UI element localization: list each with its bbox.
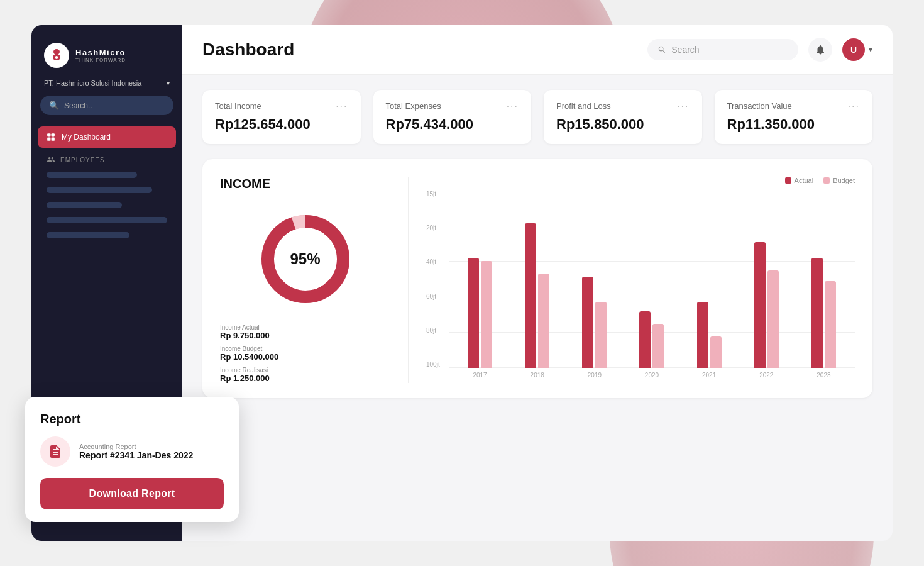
header: Dashboard U ▾: [182, 25, 893, 75]
svg-rect-2: [47, 138, 50, 141]
legend-dot-actual: [785, 177, 791, 184]
header-search-bar[interactable]: [647, 39, 798, 60]
report-card-title: Report: [40, 412, 224, 426]
legend-actual-label: Actual: [795, 177, 814, 184]
kpi-card-income: Total Income ··· Rp125.654.000: [202, 90, 361, 144]
kpi-more-income[interactable]: ···: [336, 101, 348, 111]
sidebar-search-icon: 🔍: [49, 101, 59, 110]
x-labels: 2017 2018 2019 2020 2021 2022 2023: [449, 368, 855, 383]
kpi-more-transaction[interactable]: ···: [848, 101, 860, 111]
income-stat-actual-label: Income Actual: [220, 324, 390, 331]
bar-group-2021: [697, 302, 722, 368]
sidebar-company[interactable]: PT. Hashmicro Solusi Indonesia ▾: [31, 79, 182, 96]
bar-actual-2019: [582, 277, 593, 368]
sidebar-skeleton-2: [47, 187, 152, 193]
sidebar-skeleton-3: [47, 202, 122, 208]
kpi-value-income: Rp125.654.000: [215, 116, 348, 133]
income-title: INCOME: [220, 177, 390, 191]
sidebar-item-dashboard-label: My Dashboard: [62, 133, 111, 142]
bar-group-2017: [468, 258, 492, 368]
x-label-2023: 2023: [817, 372, 830, 383]
notification-bell-button[interactable]: [808, 38, 832, 62]
y-label-2: 60jt: [426, 293, 444, 300]
chart-legend: Actual Budget: [426, 177, 855, 184]
bar-budget-2017: [481, 261, 492, 368]
bar-budget-2022: [767, 270, 779, 368]
bar-group-2023: [811, 258, 836, 368]
bar-actual-2018: [525, 223, 536, 368]
bar-actual-2023: [811, 258, 823, 368]
legend-budget: Budget: [823, 177, 855, 184]
avatar-dropdown-arrow: ▾: [869, 45, 872, 54]
y-label-0: 100jt: [426, 361, 444, 368]
kpi-header-pnl: Profit and Loss ···: [556, 101, 690, 111]
income-left: INCOME 95%: [220, 177, 409, 383]
user-avatar-wrap[interactable]: U ▾: [842, 38, 872, 61]
x-label-2020: 2020: [645, 372, 659, 383]
company-dropdown-arrow[interactable]: ▾: [167, 80, 170, 87]
header-search-icon: [657, 45, 666, 55]
svg-rect-1: [52, 133, 55, 136]
employees-icon: [47, 155, 55, 164]
bar-group-2018: [525, 223, 549, 368]
bar-actual-2021: [697, 302, 708, 368]
svg-rect-3: [52, 138, 55, 141]
bar-group-2022: [754, 242, 779, 368]
page-title: Dashboard: [202, 40, 294, 60]
logo-name: HashMicro: [75, 48, 126, 57]
income-stat-actual-value: Rp 9.750.000: [220, 331, 390, 340]
kpi-header-income: Total Income ···: [215, 101, 348, 111]
donut-wrap: 95%: [220, 206, 390, 311]
chart-area: 2017 2018 2019 2020 2021 2022 2023: [449, 191, 855, 383]
report-item: Accounting Report Report #2341 Jan-Des 2…: [40, 436, 224, 467]
income-stat-realisasi-label: Income Realisasi: [220, 367, 390, 374]
bar-budget-2023: [825, 281, 836, 368]
bar-budget-2018: [538, 274, 549, 368]
donut-percent-label: 95%: [290, 250, 320, 268]
bar-group-2020: [639, 311, 664, 368]
x-label-2021: 2021: [702, 372, 716, 383]
logo-icon: [44, 43, 69, 68]
income-stat-realisasi: Income Realisasi Rp 1.250.000: [220, 367, 390, 383]
kpi-label-income: Total Income: [215, 101, 261, 111]
income-stat-budget-label: Income Budget: [220, 345, 390, 352]
sidebar-skeleton-1: [47, 172, 137, 178]
bell-icon: [815, 44, 826, 55]
y-label-1: 80jt: [426, 327, 444, 334]
sidebar-skeleton-4: [47, 217, 167, 223]
sidebar-skeleton-5: [47, 232, 129, 238]
dashboard-icon: [47, 133, 55, 142]
kpi-more-expenses[interactable]: ···: [507, 101, 519, 111]
kpi-more-pnl[interactable]: ···: [677, 101, 689, 111]
income-stat-budget: Income Budget Rp 10.5400.000: [220, 345, 390, 362]
report-card: Report Accounting Report Report #2341 Ja…: [25, 397, 239, 522]
sidebar-search-bar[interactable]: 🔍: [40, 96, 173, 115]
kpi-label-pnl: Profit and Loss: [556, 101, 611, 111]
bar-budget-2019: [595, 302, 607, 368]
legend-dot-budget: [823, 177, 830, 184]
sidebar-section-employees: EMPLOYEES: [31, 149, 182, 168]
sidebar-search-input[interactable]: [64, 101, 165, 110]
sidebar-logo: HashMicro THINK FORWARD: [31, 25, 182, 79]
sidebar-item-dashboard[interactable]: My Dashboard: [38, 126, 176, 148]
logo-text: HashMicro THINK FORWARD: [75, 48, 126, 63]
kpi-label-expenses: Total Expenses: [386, 101, 441, 111]
legend-actual: Actual: [785, 177, 814, 184]
header-search-input[interactable]: [671, 45, 788, 55]
income-stat-budget-value: Rp 10.5400.000: [220, 352, 390, 362]
report-file-icon: [48, 444, 63, 459]
y-label-5: 15jt: [426, 191, 444, 197]
kpi-card-expenses: Total Expenses ··· Rp75.434.000: [373, 90, 532, 144]
x-label-2019: 2019: [588, 372, 602, 383]
bar-actual-2022: [754, 242, 766, 368]
company-name: PT. Hashmicro Solusi Indonesia: [44, 79, 141, 87]
kpi-card-pnl: Profit and Loss ··· Rp15.850.000: [544, 90, 702, 144]
report-icon-wrap: [40, 436, 70, 467]
x-label-2017: 2017: [473, 372, 487, 383]
header-right: U ▾: [647, 38, 872, 62]
download-report-button[interactable]: Download Report: [40, 478, 224, 509]
x-label-2022: 2022: [759, 372, 773, 383]
kpi-card-transaction: Transaction Value ··· Rp11.350.000: [715, 90, 873, 144]
kpi-value-pnl: Rp15.850.000: [556, 116, 690, 133]
y-label-3: 40jt: [426, 258, 444, 265]
